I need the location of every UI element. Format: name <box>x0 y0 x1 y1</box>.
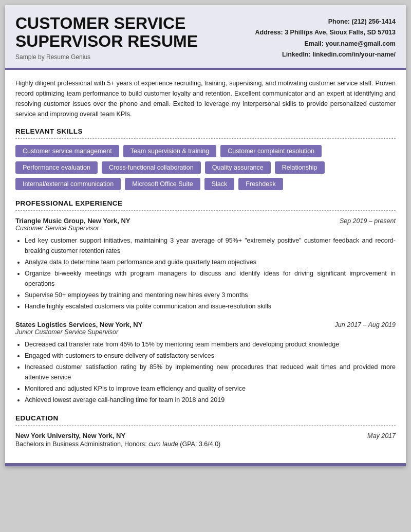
exp-bullet: Monitored and adjusted KPIs to improve t… <box>25 383 396 394</box>
skill-tag: Slack <box>204 178 235 190</box>
exp-dates: Jun 2017 – Aug 2019 <box>335 321 396 328</box>
phone-line: Phone: (212) 256-1414 <box>255 16 396 27</box>
address-line: Address: 3 Phillips Ave, Sioux Falls, SD… <box>255 27 396 38</box>
linkedin-label: LinkedIn: <box>282 51 311 58</box>
exp-bullet: Supervise 50+ employees by training and … <box>25 290 396 300</box>
education-divider <box>15 425 396 426</box>
exp-bullets: Decreased call transfer rate from 45% to… <box>15 339 396 405</box>
header-left: CUSTOMER SERVICE SUPERVISOR RESUME Sampl… <box>15 14 198 61</box>
exp-header: Triangle Music Group, New York, NYSep 20… <box>15 217 396 225</box>
skill-tag: Freshdesk <box>238 178 283 190</box>
address-label: Address: <box>255 29 283 36</box>
skill-tag: Customer service management <box>15 145 119 157</box>
exp-bullet: Engaged with customers to ensure deliver… <box>25 351 396 361</box>
exp-bullet: Analyze data to determine team performan… <box>25 257 396 267</box>
experience-item: States Logistics Services, New York, NYJ… <box>15 321 396 405</box>
skills-grid: Customer service managementTeam supervis… <box>15 145 396 190</box>
address-value: 3 Phillips Ave, Sioux Falls, SD 57013 <box>285 29 396 36</box>
education-list: New York University, New York, NYBachelo… <box>15 432 396 448</box>
email-label: Email: <box>304 40 324 47</box>
exp-bullet: Achieved lowest average call-handling ti… <box>25 395 396 405</box>
linkedin-line: LinkedIn: linkedin.com/in/your-name/ <box>255 49 396 60</box>
skill-tag: Performance evaluation <box>15 161 98 174</box>
resume-subtitle: Sample by Resume Genius <box>15 53 198 61</box>
education-item: New York University, New York, NYBachelo… <box>15 432 396 448</box>
exp-title: Junior Customer Service Supervisor <box>15 328 396 336</box>
exp-bullets: Led key customer support initiatives, ma… <box>15 235 396 311</box>
skills-divider <box>15 138 396 139</box>
resume-title: CUSTOMER SERVICE SUPERVISOR RESUME <box>15 14 198 50</box>
edu-dates: May 2017 <box>367 432 396 439</box>
phone-value: (212) 256-1414 <box>352 18 396 25</box>
exp-company: Triangle Music Group, New York, NY <box>15 217 130 225</box>
email-line: Email: your.name@gmail.com <box>255 39 396 49</box>
edu-left: New York University, New York, NYBachelo… <box>15 432 220 448</box>
skill-tag: Internal/external communication <box>15 178 121 190</box>
exp-title: Customer Service Supervisor <box>15 225 396 232</box>
linkedin-value: linkedin.com/in/your-name/ <box>312 51 396 58</box>
phone-label: Phone: <box>328 18 350 25</box>
experience-divider <box>15 210 396 211</box>
exp-header: States Logistics Services, New York, NYJ… <box>15 321 396 328</box>
summary-text: Highly diligent professional with 5+ yea… <box>15 78 396 119</box>
edu-degree: Bachelors in Business Administration, Ho… <box>15 441 220 448</box>
exp-bullet: Decreased call transfer rate from 45% to… <box>25 339 396 350</box>
exp-bullet: Handle highly escalated customers via po… <box>25 301 396 311</box>
edu-school: New York University, New York, NY <box>15 432 220 439</box>
exp-bullet: Organize bi-weekly meetings with program… <box>25 268 396 289</box>
skill-tag: Quality assurance <box>205 161 271 174</box>
skill-tag: Relationship <box>275 161 325 174</box>
bottom-bar <box>5 463 406 466</box>
experience-section-title: PROFESSIONAL EXPERIENCE <box>15 199 396 207</box>
exp-company: States Logistics Services, New York, NY <box>15 321 142 328</box>
skill-tag: Cross-functional collaboration <box>102 161 201 174</box>
skills-section-title: RELEVANT SKILLS <box>15 127 396 135</box>
exp-dates: Sep 2019 – present <box>340 217 396 225</box>
education-section-title: EDUCATION <box>15 414 396 422</box>
resume-container: CUSTOMER SERVICE SUPERVISOR RESUME Sampl… <box>5 5 406 466</box>
email-value: your.name@gmail.com <box>325 40 396 47</box>
resume-header: CUSTOMER SERVICE SUPERVISOR RESUME Sampl… <box>5 5 406 70</box>
experience-list: Triangle Music Group, New York, NYSep 20… <box>15 217 396 405</box>
exp-bullet: Increased customer satisfaction rating b… <box>25 362 396 382</box>
resume-body: Highly diligent professional with 5+ yea… <box>5 70 406 458</box>
skill-tag: Team supervision & training <box>123 145 217 157</box>
skill-tag: Microsoft Office Suite <box>125 178 200 190</box>
skill-tag: Customer complaint resolution <box>220 145 322 157</box>
header-contact: Phone: (212) 256-1414 Address: 3 Phillip… <box>255 14 396 60</box>
experience-item: Triangle Music Group, New York, NYSep 20… <box>15 217 396 311</box>
exp-bullet: Led key customer support initiatives, ma… <box>25 235 396 256</box>
